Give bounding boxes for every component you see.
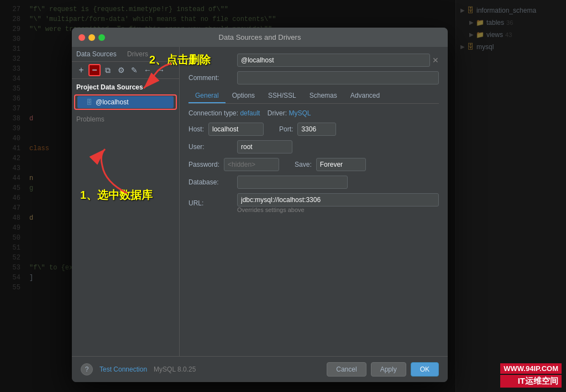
user-input[interactable] (237, 140, 292, 153)
dialog-footer: ? Test Connection MySQL 8.0.25 Cancel Ap… (72, 356, 448, 382)
traffic-lights (78, 34, 105, 41)
host-label: Host: (188, 125, 204, 133)
password-col: Password: (188, 158, 279, 171)
datasource-content: Name: ✕ Comment: General Options SSH/SSL… (180, 47, 448, 356)
mysql-version-status: MySQL 8.0.25 (154, 365, 196, 373)
dialog-body: Data Sources Drivers + − ⧉ ⚙ ✎ ← → Proje… (72, 47, 448, 356)
save-label: Save: (295, 161, 312, 168)
forward-button[interactable]: → (155, 64, 167, 76)
comment-input[interactable] (237, 71, 439, 84)
name-input[interactable] (237, 54, 430, 67)
url-wrapper: Overrides settings above (237, 193, 439, 213)
tab-ssh-ssl[interactable]: SSH/SSL (261, 89, 303, 103)
url-row: URL: Overrides settings above (188, 193, 439, 213)
datasource-item-localhost[interactable]: 🗄 @localhost (77, 96, 174, 108)
user-row: User: (188, 140, 439, 153)
dialog-titlebar: Data Sources and Drivers (72, 28, 448, 47)
password-save-row: Password: Save: (188, 158, 439, 171)
settings-button[interactable]: ⚙ (115, 64, 127, 76)
help-button[interactable]: ? (81, 363, 93, 375)
maximize-button[interactable] (98, 34, 105, 41)
copy-datasource-button[interactable]: ⧉ (102, 64, 114, 76)
cancel-button[interactable]: Cancel (327, 362, 366, 377)
name-row: Name: ✕ (188, 54, 439, 67)
bottom-actions: Cancel Apply OK (327, 362, 439, 377)
connection-info: Connection type: default Driver: MySQL (188, 109, 439, 117)
database-input[interactable] (237, 176, 348, 189)
name-input-wrapper: ✕ (237, 54, 439, 67)
remove-btn-container: − (88, 64, 101, 76)
edit-button[interactable]: ✎ (128, 64, 140, 76)
database-row: Database: (188, 176, 439, 189)
tabs-row: General Options SSH/SSL Schemas Advanced (188, 89, 439, 104)
sidebar-content: Project Data Sources 🗄 @localhost Proble… (72, 79, 179, 356)
tab-advanced[interactable]: Advanced (344, 89, 386, 103)
driver-label: Driver: (268, 109, 287, 117)
ok-button[interactable]: OK (411, 362, 439, 377)
connection-type-label: Connection type: (188, 109, 238, 117)
problems-label: Problems (72, 111, 179, 125)
data-sources-dialog: Data Sources and Drivers Data Sources Dr… (72, 28, 448, 382)
host-input[interactable] (208, 123, 264, 136)
driver-value[interactable]: MySQL (289, 109, 311, 117)
add-datasource-button[interactable]: + (75, 64, 87, 76)
datasource-sidebar: Data Sources Drivers + − ⧉ ⚙ ✎ ← → Proje… (72, 47, 180, 356)
password-label: Password: (188, 161, 219, 168)
test-connection-button[interactable]: Test Connection (99, 365, 147, 373)
apply-button[interactable]: Apply (371, 362, 406, 377)
save-col: Save: (295, 158, 366, 171)
comment-label: Comment: (188, 74, 233, 82)
sidebar-title-datasources: Data Sources (76, 50, 124, 58)
user-label: User: (188, 143, 233, 151)
tab-general[interactable]: General (188, 89, 226, 103)
port-label: Port: (279, 125, 293, 133)
comment-row: Comment: (188, 71, 439, 84)
watermark-label: IT运维空间 (500, 375, 562, 388)
sidebar-toolbar: + − ⧉ ⚙ ✎ ← → (72, 62, 179, 79)
remove-datasource-button[interactable]: − (88, 64, 101, 76)
name-label: Name: (188, 56, 233, 64)
url-input[interactable] (237, 193, 439, 206)
host-port-row: Host: Port: (188, 123, 439, 136)
dialog-title: Data Sources and Drivers (219, 33, 301, 41)
selected-item-box: 🗄 @localhost (74, 94, 177, 110)
project-data-sources-label: Project Data Sources (72, 81, 179, 93)
port-input[interactable] (297, 123, 336, 136)
tab-schemas[interactable]: Schemas (303, 89, 344, 103)
close-button[interactable] (78, 34, 85, 41)
save-input[interactable] (316, 158, 366, 171)
host-col: Host: (188, 123, 264, 136)
sidebar-title-drivers: Drivers (127, 50, 175, 58)
connection-type-value[interactable]: default (240, 109, 260, 117)
port-col: Port: (279, 123, 336, 136)
name-clear-button[interactable]: ✕ (432, 56, 439, 65)
minimize-button[interactable] (88, 34, 95, 41)
watermark: WWW.94IP.COM IT运维空间 (500, 363, 562, 388)
watermark-url: WWW.94IP.COM (500, 363, 562, 374)
datasource-label: @localhost (96, 98, 129, 106)
back-button[interactable]: ← (142, 64, 154, 76)
sidebar-header: Data Sources Drivers (72, 47, 179, 62)
url-label: URL: (188, 199, 233, 207)
tab-options[interactable]: Options (226, 89, 261, 103)
password-input[interactable] (224, 158, 279, 171)
database-label: Database: (188, 178, 233, 186)
url-note: Overrides settings above (237, 206, 439, 213)
datasource-icon: 🗄 (86, 99, 92, 105)
